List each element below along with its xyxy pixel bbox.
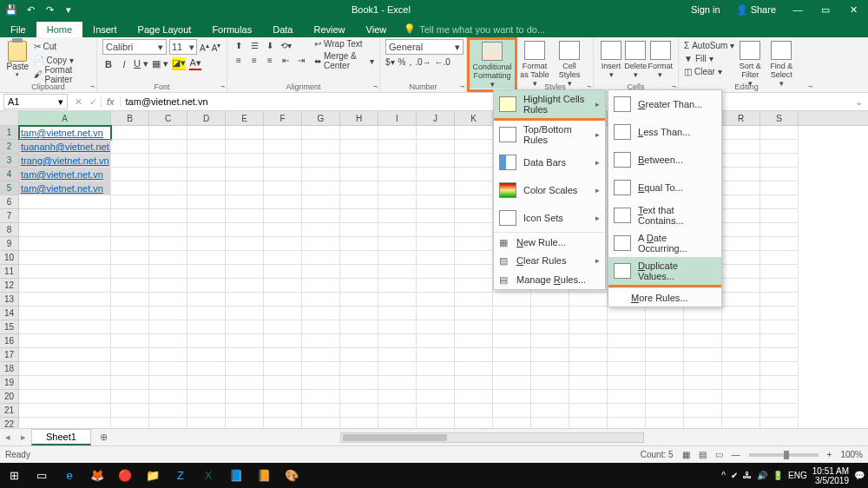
currency-button[interactable]: $▾ (385, 57, 395, 67)
cell[interactable] (302, 348, 340, 362)
cell[interactable] (569, 307, 608, 320)
comma-button[interactable]: , (409, 57, 411, 67)
row-header-19[interactable]: 19 (0, 376, 19, 390)
row-header-20[interactable]: 20 (0, 390, 19, 404)
cell[interactable] (187, 209, 226, 223)
submenu-text-contains[interactable]: Text that Contains... (608, 201, 721, 229)
cell[interactable] (455, 293, 493, 307)
cell[interactable] (646, 390, 684, 404)
col-header-C[interactable]: C (149, 111, 187, 125)
cell[interactable] (19, 293, 111, 307)
cell[interactable] (684, 334, 722, 348)
cell[interactable] (378, 195, 417, 209)
border-button[interactable]: ▦ ▾ (152, 58, 168, 69)
submenu-date-occurring[interactable]: A Date Occurring... (608, 229, 721, 257)
cell[interactable] (417, 140, 455, 154)
cell[interactable] (111, 307, 149, 320)
cell[interactable] (684, 376, 722, 390)
cell[interactable] (722, 376, 760, 390)
row-header-17[interactable]: 17 (0, 348, 19, 362)
cell[interactable] (531, 348, 569, 362)
cell[interactable] (111, 293, 149, 307)
cell[interactable] (149, 223, 187, 237)
cell[interactable] (378, 348, 417, 362)
menu-data-bars[interactable]: Data Bars▸ (494, 148, 605, 176)
cell[interactable] (646, 334, 684, 348)
close-icon[interactable]: ✕ (847, 4, 859, 16)
cell[interactable] (760, 307, 799, 320)
align-center-icon[interactable]: ≡ (248, 54, 260, 66)
cell[interactable] (608, 404, 646, 418)
cell[interactable] (378, 376, 417, 390)
align-bottom-icon[interactable]: ⬇ (264, 39, 276, 51)
cell-styles-button[interactable]: Cell Styles ▾ (552, 39, 587, 88)
cell[interactable] (417, 126, 455, 140)
row-header-16[interactable]: 16 (0, 334, 19, 348)
cell[interactable] (187, 195, 226, 209)
italic-button[interactable]: I (118, 59, 130, 69)
col-header-J[interactable]: J (417, 111, 455, 125)
grow-font-icon[interactable]: A▴ (200, 41, 209, 53)
col-header-I[interactable]: I (378, 111, 417, 125)
col-header-B[interactable]: B (111, 111, 149, 125)
indent-inc-icon[interactable]: ⇥ (295, 54, 307, 66)
cell[interactable] (149, 181, 187, 195)
cell[interactable] (340, 209, 378, 223)
tray-sound-icon[interactable]: 🔊 (757, 471, 767, 480)
cell[interactable] (149, 140, 187, 154)
inc-decimal-button[interactable]: .0→ (415, 57, 431, 67)
row-header-3[interactable]: 3 (0, 154, 19, 168)
cell[interactable] (19, 209, 111, 223)
cell[interactable] (149, 418, 187, 428)
cell[interactable] (340, 195, 378, 209)
cell[interactable] (417, 390, 455, 404)
cell[interactable] (684, 390, 722, 404)
cell[interactable] (19, 320, 111, 334)
cell[interactable] (417, 279, 455, 293)
cell[interactable] (302, 140, 340, 154)
cell[interactable] (264, 362, 302, 376)
cell[interactable] (531, 334, 569, 348)
cell[interactable] (378, 140, 417, 154)
row-header-4[interactable]: 4 (0, 168, 19, 181)
cell[interactable] (722, 348, 760, 362)
cell[interactable] (455, 209, 493, 223)
cell[interactable] (722, 154, 760, 168)
cell[interactable] (187, 334, 226, 348)
horizontal-scrollbar[interactable] (116, 432, 868, 443)
col-header-S[interactable]: S (760, 111, 799, 125)
cell[interactable] (149, 126, 187, 140)
edge-icon[interactable]: e (59, 466, 80, 485)
cell[interactable] (111, 362, 149, 376)
cell[interactable] (722, 209, 760, 223)
name-box[interactable]: A1▾ (3, 94, 68, 109)
bold-button[interactable]: B (102, 59, 115, 69)
cell[interactable] (531, 320, 569, 334)
orientation-icon[interactable]: ⟲▾ (279, 39, 292, 51)
tray-clock[interactable]: 10:51 AM 3/5/2019 (812, 466, 849, 485)
cell[interactable] (302, 195, 340, 209)
worksheet-grid[interactable]: A B C D E F G H I J K L M N O P Q R S 1t… (0, 111, 868, 428)
font-color-button[interactable]: A▾ (189, 57, 201, 70)
cell[interactable] (455, 279, 493, 293)
qat-dropdown-icon[interactable]: ▾ (62, 3, 75, 16)
cell[interactable] (19, 404, 111, 418)
cell[interactable] (378, 209, 417, 223)
cell[interactable] (340, 320, 378, 334)
cell[interactable] (455, 140, 493, 154)
cell[interactable] (455, 195, 493, 209)
cell[interactable] (722, 223, 760, 237)
cell[interactable] (111, 195, 149, 209)
cell[interactable] (455, 251, 493, 265)
cell[interactable] (760, 126, 799, 140)
add-sheet-button[interactable]: ⊕ (91, 432, 116, 443)
align-right-icon[interactable]: ≡ (264, 54, 276, 66)
cell[interactable] (531, 376, 569, 390)
cell[interactable] (760, 404, 799, 418)
cell[interactable] (226, 362, 264, 376)
clear-button[interactable]: ◫Clear ▾ (684, 65, 734, 78)
cell[interactable] (226, 334, 264, 348)
cell[interactable] (111, 334, 149, 348)
cell[interactable] (760, 418, 799, 428)
cell[interactable] (608, 320, 646, 334)
